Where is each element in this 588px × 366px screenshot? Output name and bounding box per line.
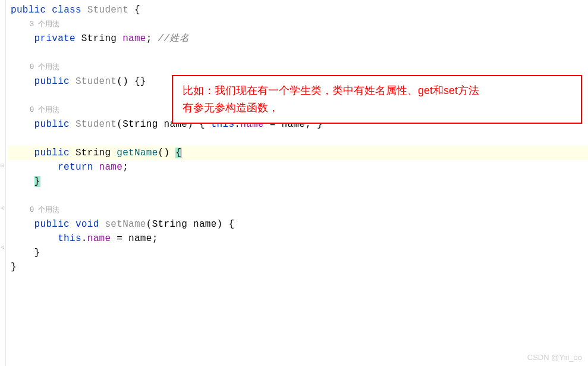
code-line[interactable]: public void setName(String name) { [8, 217, 588, 232]
equals: = [111, 233, 128, 244]
keyword-this: this [58, 233, 81, 244]
code-line[interactable]: } [8, 246, 588, 260]
param-type: String [122, 119, 158, 130]
param-ref: name [128, 233, 152, 244]
usage-hint[interactable]: 0 个用法 [30, 203, 588, 217]
parens: () [158, 148, 176, 158]
param-type: String [152, 219, 187, 230]
keyword-void: void [76, 219, 99, 230]
return-type: String [76, 148, 111, 158]
constructor-name: Student [76, 119, 117, 130]
code-line[interactable]: } [8, 260, 588, 274]
code-line[interactable]: return name; [8, 160, 588, 174]
brace-highlighted: } [34, 176, 40, 187]
keyword-public: public [34, 119, 70, 130]
usage-hint[interactable]: 0 个用法 [30, 60, 588, 74]
parens-braces: () {} [117, 76, 146, 87]
blank-line[interactable] [8, 46, 588, 60]
annotation-callout: 比如：我们现在有一个学生类，类中有姓名属性、get和set方法 有参无参构造函数… [172, 75, 582, 124]
class-name: Student [87, 5, 128, 15]
code-line[interactable]: public class Student { [8, 3, 588, 17]
keyword-class: class [52, 5, 81, 15]
gutter-fold-icon[interactable]: ⊟ [1, 161, 5, 166]
usage-hint[interactable]: 3 个用法 [30, 17, 588, 32]
blank-line[interactable] [8, 189, 588, 203]
watermark: CSDN @Yiii_oo [527, 352, 582, 364]
keyword-public: public [11, 5, 46, 15]
semicolon: ; [146, 33, 152, 44]
method-name: getName [117, 148, 158, 158]
blank-line[interactable] [8, 132, 588, 146]
keyword-private: private [34, 33, 76, 44]
paren-open: ( [117, 119, 122, 130]
semicolon: ; [152, 233, 158, 244]
keyword-return: return [58, 162, 93, 173]
code-line[interactable]: private String name; //姓名 [8, 32, 588, 46]
editor-gutter: ⊟ ◁ ◁ [0, 0, 6, 366]
annotation-line-2: 有参无参构造函数， [183, 99, 571, 117]
gutter-change-icon[interactable]: ◁ [1, 204, 5, 208]
field-name: name [122, 33, 146, 44]
code-line[interactable]: this.name = name; [8, 232, 588, 246]
code-line-active[interactable]: public String getName() { [8, 146, 588, 160]
brace-close: } [11, 262, 17, 273]
dot: . [81, 233, 87, 244]
comment: //姓名 [158, 33, 189, 44]
constructor-name: Student [76, 76, 117, 87]
semicolon: ; [122, 162, 128, 173]
code-editor[interactable]: public class Student { 3 个用法 private Str… [8, 3, 588, 274]
text-caret [181, 148, 181, 158]
field-ref: name [87, 233, 111, 244]
brace: { [128, 5, 140, 15]
brace-close: } [34, 248, 40, 258]
paren-open: ( [146, 219, 152, 230]
method-name: setName [105, 219, 146, 230]
annotation-line-1: 比如：我们现在有一个学生类，类中有姓名属性、get和set方法 [183, 82, 571, 99]
param-name: name) { [187, 219, 234, 230]
code-line[interactable]: } [8, 174, 588, 189]
keyword-public: public [34, 76, 70, 87]
gutter-change-icon[interactable]: ◁ [1, 243, 5, 248]
keyword-public: public [34, 148, 70, 158]
keyword-public: public [34, 219, 70, 230]
type: String [81, 33, 117, 44]
field-ref: name [99, 162, 123, 173]
